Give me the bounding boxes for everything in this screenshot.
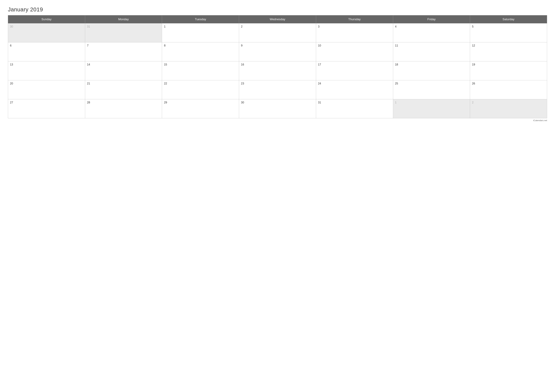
header-thursday: Thursday [316, 15, 393, 23]
week-row-2: 6789101112 [8, 42, 547, 61]
day-number: 11 [395, 44, 468, 47]
calendar-day[interactable]: 30 [239, 99, 316, 118]
calendar-day[interactable]: 1 [393, 99, 470, 118]
day-number: 31 [318, 101, 391, 104]
day-number: 2 [472, 101, 545, 104]
day-number: 5 [472, 25, 545, 28]
calendar-header-row: SundayMondayTuesdayWednesdayThursdayFrid… [8, 15, 547, 23]
day-number: 1 [395, 101, 468, 104]
calendar-day[interactable]: 17 [316, 61, 393, 80]
day-number: 27 [10, 101, 83, 104]
calendar-day[interactable]: 6 [8, 42, 85, 61]
calendar-day[interactable]: 15 [162, 61, 239, 80]
week-row-3: 13141516171819 [8, 61, 547, 80]
day-number: 14 [87, 63, 160, 66]
week-row-5: 272829303112 [8, 99, 547, 118]
day-number: 2 [241, 25, 314, 28]
day-number: 7 [87, 44, 160, 47]
header-saturday: Saturday [470, 15, 547, 23]
calendar-day[interactable]: 18 [393, 61, 470, 80]
day-number: 22 [164, 82, 237, 85]
calendar-day[interactable]: 9 [239, 42, 316, 61]
day-number: 24 [318, 82, 391, 85]
day-number: 23 [241, 82, 314, 85]
calendar-title: January 2019 [8, 6, 547, 13]
day-number: 31 [87, 25, 160, 28]
day-number: 6 [10, 44, 83, 47]
day-number: 30 [10, 25, 83, 28]
calendar-day[interactable]: 4 [393, 23, 470, 42]
calendar-day[interactable]: 25 [393, 80, 470, 99]
day-number: 18 [395, 63, 468, 66]
calendar-day[interactable]: 23 [239, 80, 316, 99]
day-number: 1 [164, 25, 237, 28]
calendar-day[interactable]: 27 [8, 99, 85, 118]
day-number: 20 [10, 82, 83, 85]
day-number: 10 [318, 44, 391, 47]
calendar-day[interactable]: 26 [470, 80, 547, 99]
calendar-day[interactable]: 28 [85, 99, 162, 118]
calendar-day[interactable]: 2 [470, 99, 547, 118]
calendar-day[interactable]: 31 [85, 23, 162, 42]
calendar-day[interactable]: 2 [239, 23, 316, 42]
calendar-body: 3031123456789101112131415161718192021222… [8, 23, 547, 118]
day-number: 26 [472, 82, 545, 85]
day-number: 16 [241, 63, 314, 66]
header-sunday: Sunday [8, 15, 85, 23]
calendar-day[interactable]: 13 [8, 61, 85, 80]
header-wednesday: Wednesday [239, 15, 316, 23]
day-number: 28 [87, 101, 160, 104]
day-number: 21 [87, 82, 160, 85]
calendar-day[interactable]: 5 [470, 23, 547, 42]
calendar-day[interactable]: 20 [8, 80, 85, 99]
header-monday: Monday [85, 15, 162, 23]
calendar-day[interactable]: 29 [162, 99, 239, 118]
calendar-day[interactable]: 21 [85, 80, 162, 99]
footer-attribution: iCalendars.net [8, 119, 547, 121]
calendar-day[interactable]: 11 [393, 42, 470, 61]
calendar-day[interactable]: 12 [470, 42, 547, 61]
day-number: 29 [164, 101, 237, 104]
calendar-day[interactable]: 14 [85, 61, 162, 80]
day-number: 25 [395, 82, 468, 85]
calendar-day[interactable]: 7 [85, 42, 162, 61]
day-number: 30 [241, 101, 314, 104]
calendar-day[interactable]: 24 [316, 80, 393, 99]
calendar-day[interactable]: 3 [316, 23, 393, 42]
header-friday: Friday [393, 15, 470, 23]
calendar-day[interactable]: 16 [239, 61, 316, 80]
calendar-day[interactable]: 31 [316, 99, 393, 118]
calendar-day[interactable]: 22 [162, 80, 239, 99]
day-number: 17 [318, 63, 391, 66]
day-number: 8 [164, 44, 237, 47]
calendar-day[interactable]: 8 [162, 42, 239, 61]
calendar-day[interactable]: 10 [316, 42, 393, 61]
day-number: 9 [241, 44, 314, 47]
day-number: 12 [472, 44, 545, 47]
calendar-table: SundayMondayTuesdayWednesdayThursdayFrid… [8, 15, 547, 118]
day-number: 13 [10, 63, 83, 66]
week-row-4: 20212223242526 [8, 80, 547, 99]
day-number: 15 [164, 63, 237, 66]
calendar-day[interactable]: 30 [8, 23, 85, 42]
calendar-day[interactable]: 1 [162, 23, 239, 42]
day-number: 4 [395, 25, 468, 28]
day-number: 19 [472, 63, 545, 66]
header-tuesday: Tuesday [162, 15, 239, 23]
day-number: 3 [318, 25, 391, 28]
calendar-day[interactable]: 19 [470, 61, 547, 80]
week-row-1: 303112345 [8, 23, 547, 42]
